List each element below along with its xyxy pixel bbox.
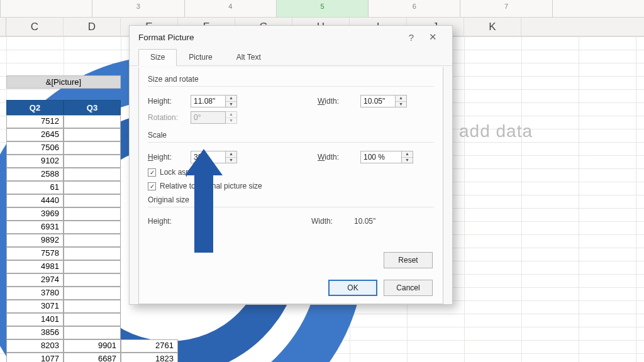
chevron-up-icon: ▲ [226, 151, 236, 158]
tab-size[interactable]: Size [138, 49, 177, 66]
spinner-size-width[interactable]: ▲▼ [396, 95, 407, 107]
column-header[interactable]: K [464, 18, 521, 36]
table-cell[interactable]: 4981 [6, 260, 64, 273]
spinner-scale-width[interactable]: ▲▼ [402, 151, 413, 163]
tab-picture[interactable]: Picture [177, 49, 224, 66]
input-size-width[interactable] [360, 95, 396, 107]
dialog-tabs: Size Picture Alt Text [130, 48, 452, 66]
format-picture-dialog: Format Picture ? ✕ Size Picture Alt Text… [129, 25, 453, 305]
table-cell[interactable]: 2761 [121, 339, 178, 353]
dialog-titlebar[interactable]: Format Picture ? ✕ [130, 26, 452, 48]
label-width: Width: [318, 97, 355, 106]
chevron-up-icon: ▲ [226, 96, 236, 102]
close-icon: ✕ [429, 31, 437, 43]
ruler-mark: 4 [184, 0, 276, 17]
table-cell[interactable] [64, 128, 121, 141]
tab-alt-text[interactable]: Alt Text [225, 49, 273, 66]
input-rotation [191, 111, 226, 124]
checkbox-lock-aspect[interactable]: ✓ Lock aspect ratio [148, 165, 434, 179]
table-cell[interactable] [64, 115, 121, 128]
table-row: 107766871823 [6, 353, 178, 362]
table-cell[interactable] [64, 221, 121, 234]
value-orig-width: 10.05" [354, 217, 375, 226]
table-cell[interactable]: 2974 [6, 273, 64, 287]
table-cell[interactable]: 9901 [64, 339, 121, 353]
table-cell[interactable]: 4440 [6, 194, 64, 207]
ok-button[interactable]: OK [328, 280, 377, 296]
spinner-size-height[interactable]: ▲▼ [226, 95, 237, 107]
table-cell[interactable] [64, 168, 121, 181]
table-cell[interactable]: 7512 [6, 115, 64, 128]
table-cell[interactable] [64, 313, 121, 326]
cancel-button[interactable]: Cancel [384, 280, 433, 296]
checkbox-label: Relative to original picture size [160, 182, 262, 190]
chevron-down-icon: ▼ [226, 102, 236, 107]
table-cell[interactable]: 61 [6, 181, 64, 194]
table-cell[interactable]: 3780 [6, 287, 64, 300]
table-cell[interactable]: 3969 [6, 207, 64, 221]
table-cell[interactable]: 3071 [6, 300, 64, 313]
tab-panel-size: Size and rotate Height: ▲▼ Width: ▲▼ Rot… [138, 67, 443, 304]
watermark-text: add data [459, 121, 533, 141]
table-cell[interactable] [64, 207, 121, 221]
table-cell[interactable] [64, 273, 121, 287]
column-header[interactable]: D [64, 18, 121, 36]
table-cell[interactable]: 1823 [121, 353, 178, 362]
divider [148, 207, 434, 207]
table-cell[interactable]: 3856 [6, 326, 64, 339]
column-header[interactable]: C [6, 18, 64, 36]
input-scale-height[interactable] [191, 151, 226, 163]
table-row: 1401 [6, 313, 178, 326]
quarter-header: Q3 [64, 100, 121, 115]
help-button[interactable]: ? [401, 28, 422, 46]
ruler-mark: 3 [92, 0, 184, 17]
table-cell[interactable]: 6687 [64, 353, 121, 362]
label-scale-height: Height: [148, 153, 186, 162]
close-button[interactable]: ✕ [422, 28, 443, 46]
table-cell[interactable] [64, 141, 121, 155]
dialog-title: Format Picture [138, 33, 194, 42]
group-scale: Scale [148, 131, 434, 140]
input-size-height[interactable] [191, 95, 226, 107]
table-cell[interactable] [64, 287, 121, 300]
label-orig-width: Width: [311, 217, 349, 226]
input-scale-width[interactable] [360, 151, 402, 163]
divider [148, 142, 434, 143]
table-cell[interactable] [64, 194, 121, 207]
table-cell[interactable]: 2645 [6, 128, 64, 141]
header-picture-placeholder: &[Picture] [6, 75, 121, 89]
checkbox-relative-original[interactable]: ✓ Relative to original picture size [148, 179, 434, 193]
table-cell[interactable] [64, 155, 121, 168]
page-ruler: 34567 [0, 0, 644, 18]
table-cell[interactable]: 9892 [6, 234, 64, 247]
divider [148, 86, 434, 87]
table-cell[interactable] [64, 247, 121, 260]
table-cell[interactable]: 1077 [6, 353, 64, 362]
table-cell[interactable] [64, 181, 121, 194]
help-icon: ? [409, 32, 414, 43]
table-cell[interactable]: 1401 [6, 313, 64, 326]
table-cell[interactable] [64, 234, 121, 247]
label-orig-height: Height: [148, 217, 186, 226]
label-scale-width: Width: [318, 153, 355, 162]
table-cell[interactable]: 7506 [6, 141, 64, 155]
chevron-up-icon: ▲ [402, 151, 413, 158]
table-cell[interactable] [64, 300, 121, 313]
table-cell[interactable] [64, 326, 121, 339]
table-cell[interactable] [64, 260, 121, 273]
table-row: 820399012761 [6, 339, 178, 353]
ruler-mark: 7 [460, 0, 552, 17]
chevron-down-icon: ▼ [226, 158, 236, 163]
quarter-header: Q2 [6, 100, 64, 115]
reset-button[interactable]: Reset [384, 252, 433, 268]
checkmark-icon: ✓ [148, 182, 156, 190]
table-cell[interactable]: 7578 [6, 247, 64, 260]
table-cell[interactable]: 2588 [6, 168, 64, 181]
table-cell[interactable]: 6931 [6, 221, 64, 234]
group-size-rotate: Size and rotate [148, 75, 434, 84]
table-cell[interactable]: 9102 [6, 155, 64, 168]
checkmark-icon: ✓ [148, 168, 156, 177]
spinner-scale-height[interactable]: ▲▼ [226, 151, 237, 163]
table-cell[interactable]: 8203 [6, 339, 64, 353]
spinner-rotation: ▲▼ [226, 111, 237, 124]
